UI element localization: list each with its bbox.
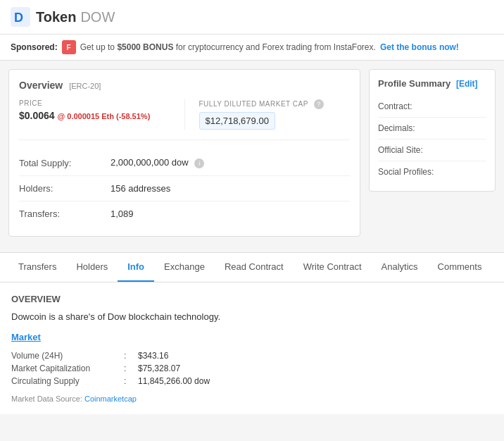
sponsored-label: Sponsored: — [11, 42, 58, 52]
tab-transfers[interactable]: Transfers — [8, 253, 66, 282]
transfers-label: Transfers: — [19, 209, 111, 219]
market-cap-info-icon[interactable]: ? — [314, 99, 324, 109]
tab-write-contract[interactable]: Write Contract — [294, 253, 372, 282]
circulating-row: Circulating Supply : 11,845,266.00 dow — [11, 375, 210, 387]
overview-title: Overview [ERC-20] — [19, 80, 350, 91]
total-supply-info-icon[interactable]: i — [194, 159, 204, 168]
page-subtitle: DOW — [80, 9, 115, 25]
profile-official-site-row: Official Site: — [378, 139, 486, 161]
profile-contract-row: Contract: — [378, 96, 486, 118]
profile-card: Profile Summary [Edit] Contract: Decimal… — [369, 69, 496, 192]
market-cap-value: $12,718,679.00 — [199, 112, 275, 130]
profile-edit-link[interactable]: [Edit] — [456, 79, 478, 89]
mkt-cap-value: $75,328.07 — [138, 362, 210, 375]
mkt-cap-row: Market Capitalization : $75,328.07 — [11, 362, 210, 375]
tab-analytics[interactable]: Analytics — [372, 253, 428, 282]
logo-icon: D — [11, 7, 30, 27]
price-label: PRICE — [19, 99, 170, 107]
tabs-bar: Transfers Holders Info Exchange Read Con… — [0, 252, 504, 282]
price-eth: @ 0.000015 Eth (-58.51%) — [58, 112, 151, 120]
tab-comments[interactable]: Comments — [428, 253, 492, 282]
market-stats: Volume (24H) : $343.16 Market Capitaliza… — [11, 349, 493, 387]
market-cap-label: FULLY DILUTED MARKET CAP ? — [199, 99, 351, 109]
mkt-cap-label: Market Capitalization — [11, 362, 124, 375]
holders-value: 156 addresses — [111, 183, 170, 194]
right-panel: Profile Summary [Edit] Contract: Decimal… — [369, 69, 496, 244]
volume-label: Volume (24H) — [11, 349, 124, 362]
circulating-value: 11,845,266.00 dow — [138, 375, 210, 387]
holders-label: Holders: — [19, 183, 111, 194]
total-supply-label: Total Supply: — [19, 158, 111, 168]
price-section: PRICE $0.0064 @ 0.000015 Eth (-58.51%) F… — [19, 99, 350, 140]
overview-heading: OVERVIEW — [11, 294, 493, 304]
transfers-value: 1,089 — [111, 209, 134, 219]
overview-card: Overview [ERC-20] PRICE $0.0064 @ 0.0000… — [8, 69, 360, 237]
data-source-link[interactable]: Coinmarketcap — [84, 395, 137, 403]
tab-read-contract[interactable]: Read Contract — [215, 253, 294, 282]
main-content: Overview [ERC-20] PRICE $0.0064 @ 0.0000… — [0, 61, 504, 252]
profile-decimals-row: Decimals: — [378, 118, 486, 139]
circulating-label: Circulating Supply — [11, 375, 124, 387]
tab-exchange[interactable]: Exchange — [154, 253, 215, 282]
volume-row: Volume (24H) : $343.16 — [11, 349, 210, 362]
sponsored-link[interactable]: Get the bonus now! — [380, 42, 459, 52]
info-tab-content: OVERVIEW Dowcoin is a share's of Dow blo… — [0, 282, 504, 414]
profile-social-row: Social Profiles: — [378, 161, 486, 182]
volume-value: $343.16 — [138, 349, 210, 362]
total-supply-row: Total Supply: 2,000,000,000 dow i — [19, 150, 350, 176]
svg-text:D: D — [14, 11, 23, 25]
tab-info[interactable]: Info — [118, 253, 154, 282]
total-supply-value: 2,000,000,000 dow i — [111, 157, 204, 168]
market-cap-block: FULLY DILUTED MARKET CAP ? $12,718,679.0… — [185, 99, 351, 130]
transfers-row: Transfers: 1,089 — [19, 201, 350, 226]
tab-holders[interactable]: Holders — [66, 253, 118, 282]
profile-title: Profile Summary [Edit] — [378, 78, 486, 89]
price-value: $0.0064 @ 0.000015 Eth (-58.51%) — [19, 110, 170, 121]
header: D Token DOW — [0, 0, 504, 35]
instaforex-icon: F — [62, 40, 76, 54]
sponsored-text: Get up to $5000 BONUS for cryptocurrency… — [80, 42, 376, 52]
sponsored-bar: Sponsored: F Get up to $5000 BONUS for c… — [0, 35, 504, 61]
market-heading-link[interactable]: Market — [11, 332, 493, 342]
overview-description: Dowcoin is a share's of Dow blockchain t… — [11, 311, 493, 322]
data-source: Market Data Source: Coinmarketcap — [11, 395, 493, 403]
page-title: Token — [36, 9, 76, 25]
left-panel: Overview [ERC-20] PRICE $0.0064 @ 0.0000… — [8, 69, 360, 244]
holders-row: Holders: 156 addresses — [19, 176, 350, 201]
price-block: PRICE $0.0064 @ 0.000015 Eth (-58.51%) — [19, 99, 185, 130]
